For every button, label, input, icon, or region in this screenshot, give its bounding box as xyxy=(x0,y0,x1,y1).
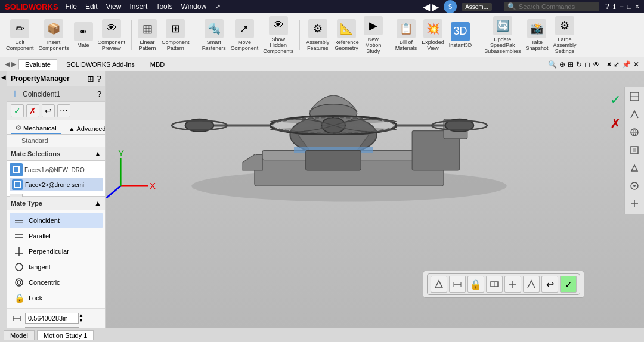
vp-expand-icon[interactable]: ⤢ xyxy=(614,60,620,69)
mate-type-parallel[interactable]: Parallel xyxy=(10,228,103,244)
mate-selections-collapse-icon[interactable]: ▲ xyxy=(94,150,101,158)
popup-btn-5[interactable] xyxy=(504,276,521,293)
bottom-tab-motion-study[interactable]: Motion Study 1 xyxy=(37,330,94,340)
svg-rect-42 xyxy=(306,151,361,170)
vp-hide-icon[interactable]: 👁 xyxy=(593,60,600,69)
vp-close-tab-icon[interactable]: × xyxy=(607,60,611,69)
toolbar-reference-geometry[interactable]: 📐 ReferenceGeometry xyxy=(334,19,359,51)
vp-rotate-icon[interactable]: ↻ xyxy=(576,60,582,69)
popup-btn-1[interactable] xyxy=(431,276,447,293)
pm-undo-button[interactable]: ↩ xyxy=(42,104,55,117)
pm-help-icon[interactable]: ? xyxy=(97,74,101,83)
tab-evaluate[interactable]: Evaluate xyxy=(18,59,57,70)
vp-close-icon[interactable]: ✕ xyxy=(633,60,639,69)
right-btn-6[interactable] xyxy=(626,178,643,194)
right-btn-4[interactable] xyxy=(626,142,643,158)
bottom-tabs: Model Motion Study 1 xyxy=(0,328,644,342)
pm-cancel-button[interactable]: ✗ xyxy=(26,104,39,117)
toolbar-insert-components[interactable]: 📦 InsertComponents xyxy=(39,19,69,51)
pm-question-icon[interactable]: ? xyxy=(97,90,101,98)
toolbar-large-assembly[interactable]: ⚙ LargeAssemblySettings xyxy=(553,16,576,54)
toolbar-instant3d[interactable]: 3D Instant3D xyxy=(449,22,472,48)
tab-mbd[interactable]: MBD xyxy=(144,59,171,70)
distance-spin-1[interactable]: ▲ ▼ xyxy=(79,313,83,323)
toolbar-component-pattern[interactable]: ⊞ ComponentPattern xyxy=(162,19,190,51)
toolbar-bill-of-materials[interactable]: 📋 Bill ofMaterials xyxy=(395,19,417,51)
perpendicular-type-label: Perpendicular xyxy=(29,248,69,255)
selections-list: Face<1>@NEW_DRO Face<2>@drone semi xyxy=(7,161,105,197)
menu-insert[interactable]: Insert xyxy=(129,2,147,11)
menu-extra[interactable]: ↗ xyxy=(215,2,221,11)
popup-btn-4[interactable] xyxy=(486,276,503,293)
toolbar-take-snapshot[interactable]: 📸 TakeSnapshot xyxy=(525,19,548,51)
pm-expand-icon[interactable]: ⊞ xyxy=(87,74,94,83)
popup-lock-btn[interactable]: 🔒 xyxy=(467,276,484,293)
right-btn-7[interactable] xyxy=(626,195,643,212)
right-btn-3[interactable] xyxy=(626,124,643,141)
popup-undo-btn[interactable]: ↩ xyxy=(541,276,558,293)
vp-view-icon[interactable]: ⊞ xyxy=(568,60,574,69)
selection-item-1[interactable]: Face<1>@NEW_DRO xyxy=(24,167,103,173)
3d-viewport[interactable]: ✓ ✗ xyxy=(106,71,644,328)
vp-fit-icon[interactable]: ⊕ xyxy=(559,60,565,69)
coincident-type-label: Coincident xyxy=(29,217,60,224)
mate-type-collapse-icon[interactable]: ▲ xyxy=(94,199,101,207)
mate-type-coincident[interactable]: Coincident xyxy=(10,213,103,228)
toolbar-component-preview[interactable]: 👁 ComponentPreview xyxy=(98,19,126,51)
close-button[interactable]: × xyxy=(635,2,639,11)
info-icon[interactable]: ℹ xyxy=(613,2,616,11)
vp-zoom-icon[interactable]: 🔍 xyxy=(548,60,557,69)
toolbar-show-hidden[interactable]: 👁 ShowHiddenComponents xyxy=(263,16,293,54)
bottom-tab-model[interactable]: Model xyxy=(4,330,35,340)
toolbar-assembly-features[interactable]: ⚙ AssemblyFeatures xyxy=(306,19,329,51)
mate-type-lock[interactable]: 🔒 Lock xyxy=(10,290,103,306)
popup-accept-btn[interactable]: ✓ xyxy=(560,276,577,293)
vp-pin-icon[interactable]: 📌 xyxy=(622,60,631,69)
search-input[interactable] xyxy=(519,3,590,10)
toolbar-edit-component[interactable]: ✏ EditComponent xyxy=(6,19,34,51)
popup-btn-2[interactable] xyxy=(449,276,466,293)
toolbar-mate[interactable]: ⚭ Mate xyxy=(74,22,93,48)
mate-type-concentric[interactable]: Concentric xyxy=(10,275,103,290)
viewport-cancel-button[interactable]: ✗ xyxy=(605,113,626,135)
distance-input-1[interactable]: 0.56400283in xyxy=(25,313,79,324)
toolbar-new-motion-study[interactable]: ▶ NewMotionStudy xyxy=(364,16,383,54)
minimize-button[interactable]: − xyxy=(620,2,624,11)
help-icon[interactable]: ? xyxy=(605,2,609,11)
right-btn-5[interactable] xyxy=(626,160,643,176)
mate-type-header[interactable]: Mate Type ▲ xyxy=(7,197,105,210)
toolbar-separator-3 xyxy=(299,20,300,50)
right-btn-2[interactable] xyxy=(626,106,643,123)
viewport-accept-button[interactable]: ✓ xyxy=(605,89,626,111)
maximize-button[interactable]: □ xyxy=(627,2,631,11)
tab-addins[interactable]: SOLIDWORKS Add-Ins xyxy=(60,59,141,70)
right-btn-1[interactable] xyxy=(626,88,643,105)
menu-file[interactable]: File xyxy=(66,2,77,11)
pm-tab-mechanical[interactable]: ⚙ Mechanical xyxy=(11,123,61,134)
menu-window[interactable]: Window xyxy=(181,2,206,11)
menu-tools[interactable]: Tools xyxy=(156,2,172,11)
distance-row-1: 0.56400283in ▲ ▼ xyxy=(11,312,101,324)
pm-accept-button[interactable]: ✓ xyxy=(11,104,24,117)
vp-display-icon[interactable]: ◻ xyxy=(584,60,590,69)
toolbar-smart-fasteners[interactable]: 🔩 SmartFasteners xyxy=(202,19,226,51)
mechanical-icon: ⚙ xyxy=(16,124,21,132)
menu-edit[interactable]: Edit xyxy=(85,2,98,11)
mate-type-perpendicular[interactable]: Perpendicular xyxy=(10,244,103,259)
menu-view[interactable]: View xyxy=(106,2,122,11)
angle-input[interactable]: 0.00deg xyxy=(25,327,79,328)
search-icon: 🔍 xyxy=(507,2,516,11)
toolbar-update-speedpak[interactable]: 🔄 UpdateSpeedPakSubassemblies xyxy=(484,16,521,54)
reference-geometry-label: ReferenceGeometry xyxy=(334,39,359,51)
toolbar-move-component[interactable]: ↗ MoveComponent xyxy=(231,19,259,51)
popup-btn-6[interactable] xyxy=(523,276,540,293)
selection-item-2[interactable]: Face<2>@drone semi xyxy=(10,178,103,191)
pm-tab-advanced[interactable]: ▲ Advanced xyxy=(64,123,106,134)
collapse-arrow[interactable]: ◀ xyxy=(1,74,6,80)
mate-type-tangent[interactable]: tangent xyxy=(10,259,103,275)
toolbar-linear-pattern[interactable]: ▦ LinearPattern xyxy=(138,19,157,51)
solidworks-logo: SOLIDWORKS xyxy=(5,2,58,11)
toolbar-exploded-view[interactable]: 💥 ExplodedView xyxy=(422,19,444,51)
mate-selections-header[interactable]: Mate Selections ▲ xyxy=(7,147,105,161)
pm-options-button[interactable]: ⋯ xyxy=(57,104,70,117)
